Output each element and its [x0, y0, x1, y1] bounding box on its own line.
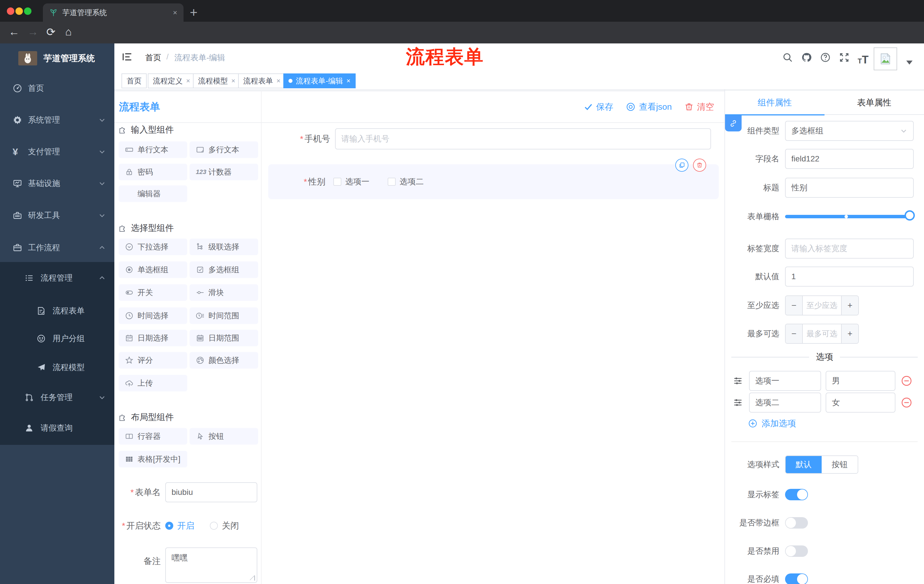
chip-date-range[interactable]: 日期范围 [190, 330, 258, 346]
max-select-stepper[interactable]: − 最多可选 + [785, 324, 859, 344]
chip-select[interactable]: 下拉选择 [119, 239, 187, 255]
stepper-minus-button[interactable]: − [785, 296, 803, 315]
traffic-light-zoom[interactable] [24, 7, 31, 15]
form-grid-slider[interactable] [785, 215, 914, 218]
form-canvas[interactable]: *手机号 请输入手机号 *性别 选项一 选项二 [262, 123, 724, 584]
stepper-plus-button[interactable]: + [841, 296, 858, 315]
sidebar-item-process-model[interactable]: 流程模型 [0, 354, 114, 381]
view-json-button[interactable]: 查看json [626, 101, 672, 113]
tag-close-icon[interactable]: × [186, 77, 190, 85]
chip-checkbox-group[interactable]: 多选框组 [190, 262, 258, 278]
chip-switch[interactable]: 开关 [119, 284, 187, 301]
tab-form-props[interactable]: 表单属性 [825, 91, 924, 114]
phone-input[interactable]: 请输入手机号 [335, 128, 711, 150]
home-icon[interactable]: ⌂ [65, 26, 72, 38]
title-input[interactable]: 性别 [785, 178, 914, 198]
tab-component-props[interactable]: 组件属性 [725, 91, 825, 114]
sidebar-item-process-manage[interactable]: 流程管理 [0, 264, 114, 292]
sidebar-item-system[interactable]: 系统管理 [0, 106, 114, 134]
new-tab-button[interactable]: + [190, 5, 198, 20]
hamburger-fold-icon[interactable] [122, 51, 133, 62]
traffic-light-minimize[interactable] [15, 7, 23, 15]
github-icon[interactable] [801, 52, 812, 63]
chip-slider[interactable]: 滑块 [190, 284, 258, 301]
fullscreen-icon[interactable] [839, 52, 850, 63]
sidebar-logo[interactable]: 芋道管理系统 [0, 43, 114, 73]
gender-option1-checkbox[interactable] [333, 178, 342, 186]
status-on-label[interactable]: 开启 [177, 520, 195, 532]
forward-icon[interactable]: → [28, 26, 38, 38]
drag-handle-icon[interactable] [733, 398, 743, 408]
gender-option2-label[interactable]: 选项二 [400, 176, 424, 187]
browser-tab[interactable]: 芋道管理系统 × [43, 3, 183, 22]
chip-counter[interactable]: 123 计数器 [190, 164, 258, 180]
sidebar-item-devtools[interactable]: 研发工具 [0, 202, 114, 229]
copy-component-button[interactable] [675, 159, 688, 172]
chip-password[interactable]: 密码 [119, 164, 187, 180]
stepper-plus-button[interactable]: + [841, 324, 858, 343]
chip-time-picker[interactable]: 时间选择 [119, 308, 187, 324]
add-option-button[interactable]: 添加选项 [748, 418, 796, 429]
slider-handle[interactable] [904, 210, 915, 220]
textarea-resize-handle[interactable] [250, 576, 255, 581]
tag-home[interactable]: 首页 [122, 73, 147, 88]
form-name-input[interactable]: biubiu [165, 482, 257, 502]
required-toggle[interactable] [785, 573, 808, 584]
field-name-input[interactable]: field122 [785, 149, 914, 169]
gender-option2-checkbox[interactable] [388, 178, 396, 186]
remove-option-button[interactable] [901, 375, 912, 387]
text-size-icon[interactable]: TT [858, 54, 868, 66]
sidebar-item-infrastructure[interactable]: 基础设施 [0, 170, 114, 197]
help-icon[interactable] [820, 52, 831, 63]
option1-value-input[interactable]: 男 [826, 371, 895, 391]
chip-upload[interactable]: 上传 [119, 375, 187, 392]
show-label-toggle[interactable] [785, 489, 808, 500]
style-default-button[interactable]: 默认 [785, 456, 822, 473]
traffic-light-close[interactable] [7, 7, 14, 15]
status-on-radio[interactable] [165, 522, 173, 530]
chip-single-line-text[interactable]: 单行文本 [119, 141, 187, 158]
delete-component-button[interactable] [693, 159, 706, 172]
search-icon[interactable] [782, 52, 793, 63]
tag-process-form[interactable]: 流程表单 × [238, 73, 285, 88]
sidebar-item-user-group[interactable]: 用户分组 [0, 325, 114, 352]
label-width-input[interactable]: 请输入标签宽度 [785, 239, 914, 258]
stepper-minus-button[interactable]: − [785, 324, 803, 343]
option1-label-input[interactable]: 选项一 [749, 371, 821, 391]
chip-button[interactable]: 按钮 [190, 428, 258, 444]
border-toggle[interactable] [785, 517, 808, 528]
default-value-input[interactable]: 1 [785, 267, 914, 286]
save-button[interactable]: 保存 [584, 101, 613, 113]
chip-table[interactable]: 表格[开发中] [119, 451, 187, 467]
option2-label-input[interactable]: 选项二 [749, 393, 821, 413]
sidebar-item-payment[interactable]: ¥ 支付管理 [0, 138, 114, 165]
tag-close-icon[interactable]: × [276, 77, 280, 85]
status-off-radio[interactable] [210, 522, 218, 530]
gender-option1-label[interactable]: 选项一 [345, 176, 370, 187]
back-icon[interactable]: ← [8, 26, 20, 38]
drag-handle-icon[interactable] [733, 376, 743, 386]
tag-process-model[interactable]: 流程模型 × [193, 73, 241, 88]
min-select-stepper[interactable]: − 至少应选 + [785, 295, 859, 316]
chip-time-range[interactable]: 时间范围 [190, 308, 258, 324]
tag-close-icon[interactable]: × [346, 77, 350, 85]
sidebar-item-workflow[interactable]: 工作流程 [0, 234, 114, 262]
sidebar-item-process-form[interactable]: 流程表单 [0, 297, 114, 324]
option2-value-input[interactable]: 女 [826, 393, 895, 413]
remove-option-button[interactable] [901, 396, 912, 409]
sidebar-item-leave-query[interactable]: 请假查询 [0, 414, 114, 442]
chip-row-container[interactable]: 行容器 [119, 428, 187, 444]
sidebar-item-home[interactable]: 首页 [0, 74, 114, 102]
avatar[interactable] [874, 48, 897, 70]
sidebar-item-task-manage[interactable]: 任务管理 [0, 384, 114, 411]
form-remark-textarea[interactable]: 嘿嘿 [165, 548, 257, 583]
reload-icon[interactable]: ⟳ [46, 26, 56, 38]
chip-date-picker[interactable]: 日期选择 [119, 330, 187, 346]
breadcrumb-home[interactable]: 首页 [145, 52, 161, 63]
chip-radio-group[interactable]: 单选框组 [119, 262, 187, 278]
tag-process-form-edit[interactable]: 流程表单-编辑 × [283, 73, 356, 88]
tag-close-icon[interactable]: × [231, 77, 235, 85]
chip-textarea[interactable]: 多行文本 [190, 141, 258, 158]
chip-color-picker[interactable]: 颜色选择 [190, 352, 258, 368]
chip-rate[interactable]: 评分 [119, 352, 187, 368]
